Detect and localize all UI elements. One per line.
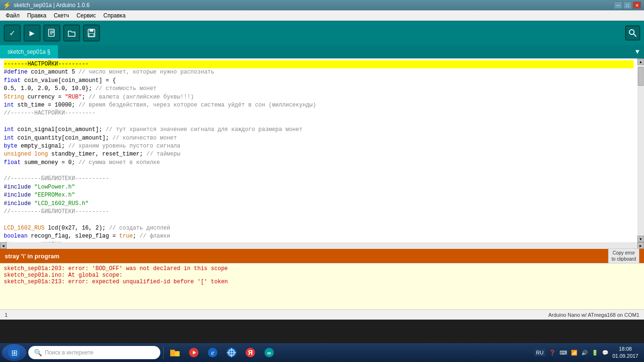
editor-content[interactable]: -------НАСТРОЙКИ--------- #define coin_a… [0,58,637,242]
copy-error-button[interactable]: Copy error to clipboard [608,248,639,263]
app-icon: ⚡ [3,1,11,9]
taskbar-app-arduino[interactable]: ∞ [261,344,278,361]
network-icon: 📶 [571,350,578,356]
console-line-2: sketch_sep01a.ino: At global scope: [4,272,640,279]
verify-button[interactable]: ✓ [4,25,21,41]
new-button[interactable] [43,25,60,41]
search-placeholder: Поиск в интернете [45,349,93,356]
taskbar-app-explorer[interactable] [166,344,183,361]
taskbar-app-ie[interactable]: e [204,344,221,361]
board-info: Arduino Nano w/ ATmega168 on COM1 [548,312,639,318]
bottom-status-bar: 1 Arduino Nano w/ ATmega168 on COM1 [0,309,644,320]
menu-bar: Файл Правка Скетч Сервис Справка [0,10,644,21]
svg-text:∞: ∞ [267,350,272,356]
save-button[interactable] [83,25,100,41]
svg-rect-6 [89,33,94,36]
scroll-right-button[interactable]: ▶ [637,242,644,249]
taskbar-app-media[interactable] [185,344,202,361]
menu-help[interactable]: Справка [99,11,129,20]
console-output: sketch_sep01a:203: error: 'BOD_OFF' was … [0,263,644,309]
toolbar: ✓ ▶ [0,21,644,45]
taskbar-app-network[interactable] [223,344,240,361]
tab-bar: sketch_sep01a § ▼ [0,45,644,58]
line-number: 1 [5,312,8,318]
close-button[interactable]: ✕ [633,1,641,9]
error-message: stray '\' in program [5,253,59,260]
tab-dropdown[interactable]: ▼ [631,45,644,58]
maximize-button[interactable]: □ [623,1,632,9]
start-button[interactable]: ⊞ [2,344,26,361]
lang-indicator[interactable]: RU [534,349,545,356]
upload-button[interactable]: ▶ [24,25,41,41]
svg-text:Я: Я [248,349,253,356]
svg-rect-5 [90,29,93,32]
keyboard-icon: ⌨ [560,350,567,356]
taskbar-divider-1 [163,346,164,359]
svg-text:⊞: ⊞ [11,349,17,357]
clock: 18:08 01.09.2017 [612,346,638,360]
tab-sketch[interactable]: sketch_sep01a § [0,45,58,58]
svg-text:e: e [211,349,214,356]
taskbar-system-tray: RU ❓ ⌨ 📶 🔊 🔋 💬 18:08 01.09.2017 [534,346,642,360]
date-display: 01.09.2017 [612,353,638,360]
help-icon: ❓ [549,350,556,356]
menu-edit[interactable]: Правка [24,11,50,20]
console-line-1: sketch_sep01a:203: error: 'BOD_OFF' was … [4,265,640,272]
menu-file[interactable]: Файл [2,11,24,20]
search-icon: 🔍 [34,349,42,356]
battery-icon: 🔋 [592,350,598,356]
scroll-left-button[interactable]: ◀ [0,242,7,249]
taskbar-app-yandex[interactable]: Я [242,344,259,361]
taskbar-search[interactable]: 🔍 Поиск в интернете [28,346,160,359]
svg-rect-12 [175,351,180,356]
line-2-kw: #define [4,69,31,75]
scroll-down-button[interactable]: ▼ [637,236,644,242]
line-1: -------НАСТРОЙКИ--------- [4,61,89,67]
scroll-thumb[interactable] [638,67,644,86]
time-display: 18:08 [612,346,638,353]
vertical-scrollbar[interactable]: ▲ ▼ [637,58,644,242]
scroll-track[interactable] [7,243,637,248]
scroll-up-button[interactable]: ▲ [637,58,644,65]
volume-icon: 🔊 [581,350,588,356]
window-title: sketch_sep01a | Arduino 1.0.6 [14,2,614,8]
error-status-bar: stray '\' in program Copy error to clipb… [0,249,644,263]
horizontal-scrollbar[interactable]: ◀ ▶ [0,242,644,249]
menu-sketch[interactable]: Скетч [50,11,73,20]
title-bar: ⚡ sketch_sep01a | Arduino 1.0.6 ─ □ ✕ [0,0,644,10]
menu-tools[interactable]: Сервис [73,11,99,20]
window-controls: ─ □ ✕ [614,1,641,9]
open-button[interactable] [63,25,80,41]
console-line-3: sketch_sep01a:213: error: expected unqua… [4,279,640,285]
notification-icon: 💬 [602,350,609,356]
svg-line-8 [634,34,636,36]
svg-rect-11 [170,350,175,356]
taskbar: ⊞ 🔍 Поиск в интернете e Я ∞ RU ❓ ⌨ 📶 🔊 🔋… [0,343,644,362]
search-button[interactable] [625,25,640,41]
editor-container: -------НАСТРОЙКИ--------- #define coin_a… [0,58,644,242]
minimize-button[interactable]: ─ [614,1,622,9]
